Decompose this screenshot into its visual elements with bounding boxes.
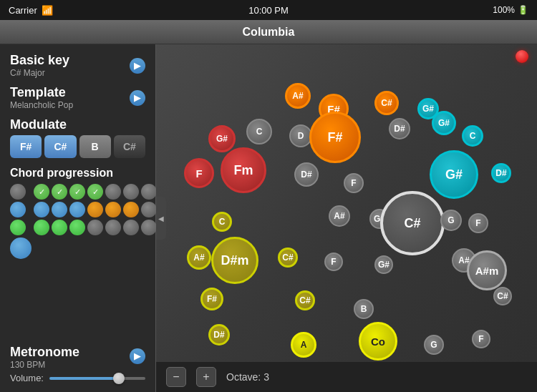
bubble-Dsharp2[interactable]: D# xyxy=(294,162,319,187)
chord-dot[interactable] xyxy=(87,202,103,217)
canvas-bottom: − + Octave: 3 xyxy=(156,362,537,392)
status-right: 100% 🔋 xyxy=(493,5,528,15)
template-info: Template Melancholic Pop xyxy=(10,85,73,110)
chord-dot[interactable] xyxy=(87,184,103,200)
chord-dot[interactable] xyxy=(10,202,26,217)
bubble-F1[interactable]: F xyxy=(184,158,214,188)
metronome-bpm: 130 BPM xyxy=(10,360,79,370)
battery-icon: 🔋 xyxy=(518,5,528,15)
chord-dot[interactable] xyxy=(69,184,85,200)
mod-btn-fsharp[interactable]: F# xyxy=(10,135,42,158)
bubble-Fsharp2[interactable]: F# xyxy=(309,112,361,163)
left-bracket[interactable]: ◀ xyxy=(156,197,166,240)
bubble-Gsharp2[interactable]: G# xyxy=(208,125,236,152)
chord-dot[interactable] xyxy=(105,220,121,235)
basic-key-value: C# Major xyxy=(10,68,69,78)
bubble-Csharp1[interactable]: C# xyxy=(374,91,399,115)
bubble-Dsharp1[interactable]: D# xyxy=(389,118,410,139)
chord-dot[interactable] xyxy=(10,184,26,200)
metronome-label: Metronome xyxy=(10,345,79,360)
bubble-C2[interactable]: C xyxy=(462,125,483,147)
bubble-Co[interactable]: Co xyxy=(359,322,397,361)
bubble-G2[interactable]: G xyxy=(424,335,444,355)
metronome-arrow[interactable]: ▶ xyxy=(130,348,145,364)
bubble-F2[interactable]: F xyxy=(344,173,364,193)
bubble-B1[interactable]: B xyxy=(354,299,374,319)
chord-dot[interactable] xyxy=(141,184,157,200)
battery-label: 100% xyxy=(493,5,515,15)
chord-dot[interactable] xyxy=(105,184,121,200)
chord-dot[interactable] xyxy=(123,184,139,200)
bubble-F4[interactable]: F xyxy=(324,253,343,271)
chord-progression-section: Chord progression xyxy=(10,164,145,263)
modulate-label: Modulate xyxy=(10,117,145,132)
bubble-C3[interactable]: C xyxy=(212,212,232,232)
bubble-Asharp1[interactable]: A# xyxy=(285,83,311,109)
basic-key-arrow[interactable]: ▶ xyxy=(130,58,145,74)
chord-dot[interactable] xyxy=(10,220,26,235)
bubble-Csharp2[interactable]: C# xyxy=(380,191,445,255)
red-indicator[interactable] xyxy=(516,50,528,63)
bubble-F3[interactable]: F xyxy=(468,213,488,233)
chord-dot[interactable] xyxy=(52,184,67,200)
chord-dot[interactable] xyxy=(87,220,103,235)
chord-dot[interactable] xyxy=(34,202,49,217)
bubble-Fsharp3[interactable]: F# xyxy=(200,288,223,310)
bubble-F5[interactable]: F xyxy=(472,330,490,348)
bubble-C1[interactable]: C xyxy=(246,119,272,144)
chord-dot[interactable] xyxy=(69,202,85,217)
status-time: 10:00 PM xyxy=(248,5,289,16)
template-arrow[interactable]: ▶ xyxy=(130,90,145,106)
chord-dot[interactable] xyxy=(52,202,67,217)
chord-dot[interactable] xyxy=(141,220,157,235)
bubble-Dsharp4[interactable]: D# xyxy=(208,324,230,346)
chord-dot[interactable] xyxy=(123,202,139,217)
mod-btn-csharp[interactable]: C# xyxy=(44,135,76,158)
basic-key-label: Basic key xyxy=(10,53,69,68)
title-bar: Columbia xyxy=(0,20,537,44)
status-left: Carrier 📶 xyxy=(9,5,53,16)
chord-dot[interactable] xyxy=(10,237,32,259)
metronome-section: Metronome 130 BPM ▶ Volume: xyxy=(10,342,145,383)
bubble-Gsharp6[interactable]: G# xyxy=(374,255,393,274)
chord-grid xyxy=(10,184,145,259)
volume-slider[interactable] xyxy=(49,377,145,380)
sidebar: Basic key C# Major ▶ Template Melancholi… xyxy=(0,44,156,392)
bubble-Dsharpm[interactable]: D#m xyxy=(211,237,258,284)
chord-dot[interactable] xyxy=(34,184,49,200)
mod-btn-csharp2[interactable]: C# xyxy=(114,135,145,158)
chord-dot[interactable] xyxy=(52,220,67,235)
bubble-Gsharp3[interactable]: G# xyxy=(432,111,456,135)
basic-key-info: Basic key C# Major xyxy=(10,53,69,78)
bubble-Csharp3[interactable]: C# xyxy=(278,248,298,268)
carrier-label: Carrier xyxy=(9,5,37,16)
mod-btn-b[interactable]: B xyxy=(79,135,111,158)
bubble-Asharpml[interactable]: A#m xyxy=(467,250,507,290)
bubble-Asharp3[interactable]: A# xyxy=(187,245,211,270)
bubble-Csharp5[interactable]: C# xyxy=(493,287,512,305)
octave-plus-button[interactable]: + xyxy=(196,367,216,387)
volume-thumb[interactable] xyxy=(113,373,125,384)
basic-key-section: Basic key C# Major ▶ xyxy=(10,53,145,78)
bubble-Fm[interactable]: Fm xyxy=(221,147,266,193)
template-label: Template xyxy=(10,85,73,100)
bubble-Csharp4[interactable]: C# xyxy=(295,290,315,310)
chord-dot[interactable] xyxy=(141,202,157,217)
bubble-A1[interactable]: A xyxy=(291,332,316,358)
volume-label: Volume: xyxy=(10,373,44,383)
octave-minus-button[interactable]: − xyxy=(166,367,186,387)
chord-dot[interactable] xyxy=(69,220,85,235)
bubble-Dsharp3[interactable]: D# xyxy=(491,163,511,183)
volume-row: Volume: xyxy=(10,373,145,383)
chord-dot[interactable] xyxy=(123,220,139,235)
template-value: Melancholic Pop xyxy=(10,100,73,110)
chord-dot[interactable] xyxy=(105,202,121,217)
chord-dot[interactable] xyxy=(34,220,49,235)
bubble-Gsharp4[interactable]: G# xyxy=(430,150,478,199)
octave-label: Octave: 3 xyxy=(226,371,269,383)
modulate-buttons: F# C# B C# xyxy=(10,135,145,158)
bubble-G1[interactable]: G xyxy=(440,210,462,231)
bubble-Asharp2[interactable]: A# xyxy=(329,205,350,227)
canvas-area: ◀ A#F#C#G#G#CDF#D#G#CFFmD#FG#D#A#CG#C#GF… xyxy=(156,44,537,392)
status-bar: Carrier 📶 10:00 PM 100% 🔋 xyxy=(0,0,537,20)
